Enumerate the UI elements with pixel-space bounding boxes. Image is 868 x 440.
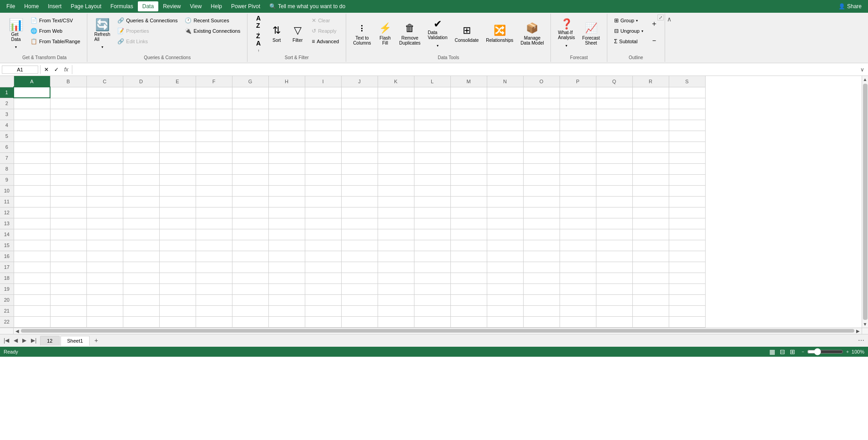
cell-L17[interactable]	[414, 262, 450, 273]
cell-L18[interactable]	[414, 273, 450, 283]
cell-I16[interactable]	[305, 251, 341, 262]
cell-N17[interactable]	[487, 262, 523, 273]
cell-A19[interactable]	[14, 283, 50, 294]
advanced-button[interactable]: ≡ Advanced	[308, 36, 342, 46]
cell-F1[interactable]	[196, 87, 232, 98]
cell-A8[interactable]	[14, 163, 50, 174]
cell-S16[interactable]	[669, 251, 705, 262]
cell-H14[interactable]	[268, 229, 305, 240]
cell-N1[interactable]	[487, 87, 523, 98]
cell-A3[interactable]	[14, 109, 50, 120]
cell-P22[interactable]	[560, 316, 596, 327]
cell-R13[interactable]	[632, 218, 669, 229]
cell-S9[interactable]	[669, 174, 705, 185]
cell-M14[interactable]	[450, 229, 487, 240]
cell-D12[interactable]	[123, 207, 159, 218]
cell-F17[interactable]	[196, 262, 232, 273]
cell-Q11[interactable]	[596, 196, 632, 207]
col-header-S[interactable]: S	[669, 76, 705, 87]
get-data-arrow[interactable]: ▾	[5, 44, 26, 51]
sheet-nav-next[interactable]: ▶	[20, 336, 28, 344]
cell-S7[interactable]	[669, 152, 705, 163]
cell-B17[interactable]	[50, 262, 86, 273]
col-header-D[interactable]: D	[123, 76, 159, 87]
cell-A21[interactable]	[14, 305, 50, 316]
cell-H12[interactable]	[268, 207, 305, 218]
cell-S12[interactable]	[669, 207, 705, 218]
cell-O14[interactable]	[523, 229, 560, 240]
cell-A4[interactable]	[14, 120, 50, 131]
cell-N16[interactable]	[487, 251, 523, 262]
cell-K7[interactable]	[378, 152, 414, 163]
cell-K9[interactable]	[378, 174, 414, 185]
col-header-I[interactable]: I	[305, 76, 341, 87]
cell-K22[interactable]	[378, 316, 414, 327]
cell-C3[interactable]	[86, 109, 123, 120]
row-header-2[interactable]: 2	[0, 98, 14, 109]
cell-I7[interactable]	[305, 152, 341, 163]
cell-P12[interactable]	[560, 207, 596, 218]
cell-A11[interactable]	[14, 196, 50, 207]
cell-K3[interactable]	[378, 109, 414, 120]
cell-F8[interactable]	[196, 163, 232, 174]
cell-G22[interactable]	[232, 316, 268, 327]
cell-G20[interactable]	[232, 294, 268, 305]
cell-D16[interactable]	[123, 251, 159, 262]
col-header-A[interactable]: A	[14, 76, 50, 87]
cell-C16[interactable]	[86, 251, 123, 262]
cell-J19[interactable]	[341, 283, 378, 294]
row-header-10[interactable]: 10	[0, 185, 14, 196]
cell-D22[interactable]	[123, 316, 159, 327]
vertical-scrollbar[interactable]: ▲ ▼	[862, 76, 868, 328]
sheet-nav-prev[interactable]: ◀	[12, 336, 20, 344]
cell-Q1[interactable]	[596, 87, 632, 98]
cell-S13[interactable]	[669, 218, 705, 229]
row-header-14[interactable]: 14	[0, 229, 14, 240]
cell-N14[interactable]	[487, 229, 523, 240]
row-header-11[interactable]: 11	[0, 196, 14, 207]
cell-K10[interactable]	[378, 185, 414, 196]
cell-H22[interactable]	[268, 316, 305, 327]
cell-O21[interactable]	[523, 305, 560, 316]
cell-P4[interactable]	[560, 120, 596, 131]
cell-R18[interactable]	[632, 273, 669, 283]
row-header-19[interactable]: 19	[0, 283, 14, 294]
cell-O18[interactable]	[523, 273, 560, 283]
cell-K16[interactable]	[378, 251, 414, 262]
share-button[interactable]: 👤 Share	[834, 1, 866, 11]
cell-A17[interactable]	[14, 262, 50, 273]
refresh-all-top[interactable]: 🔄 RefreshAll	[91, 15, 113, 44]
cell-E16[interactable]	[159, 251, 196, 262]
cell-K6[interactable]	[378, 142, 414, 152]
cell-S22[interactable]	[669, 316, 705, 327]
cell-N15[interactable]	[487, 240, 523, 251]
cell-L5[interactable]	[414, 131, 450, 142]
cell-D3[interactable]	[123, 109, 159, 120]
data-validation-arrow[interactable]: ▾	[424, 43, 450, 49]
menu-insert[interactable]: Insert	[43, 1, 66, 11]
sort-za-button[interactable]: ZA ↑	[251, 34, 266, 51]
cell-C13[interactable]	[86, 218, 123, 229]
cell-S3[interactable]	[669, 109, 705, 120]
cell-L14[interactable]	[414, 229, 450, 240]
data-validation-button[interactable]: ✔ DataValidation ▾	[424, 15, 450, 49]
cell-F6[interactable]	[196, 142, 232, 152]
row-header-6[interactable]: 6	[0, 142, 14, 152]
menu-page-layout[interactable]: Page Layout	[66, 1, 106, 11]
cell-P13[interactable]	[560, 218, 596, 229]
cell-D11[interactable]	[123, 196, 159, 207]
reapply-button[interactable]: ↺ Reapply	[308, 26, 342, 36]
cell-F16[interactable]	[196, 251, 232, 262]
cell-Q20[interactable]	[596, 294, 632, 305]
cell-R15[interactable]	[632, 240, 669, 251]
cell-G17[interactable]	[232, 262, 268, 273]
grid-inner[interactable]: ABCDEFGHIJKLMNOPQRS 12345678910111213141…	[0, 76, 862, 328]
cell-H11[interactable]	[268, 196, 305, 207]
page-layout-view-button[interactable]: ⊟	[778, 347, 787, 356]
cell-J4[interactable]	[341, 120, 378, 131]
page-break-view-button[interactable]: ⊞	[788, 347, 797, 356]
cell-R11[interactable]	[632, 196, 669, 207]
row-header-18[interactable]: 18	[0, 273, 14, 283]
cell-K11[interactable]	[378, 196, 414, 207]
cell-F3[interactable]	[196, 109, 232, 120]
